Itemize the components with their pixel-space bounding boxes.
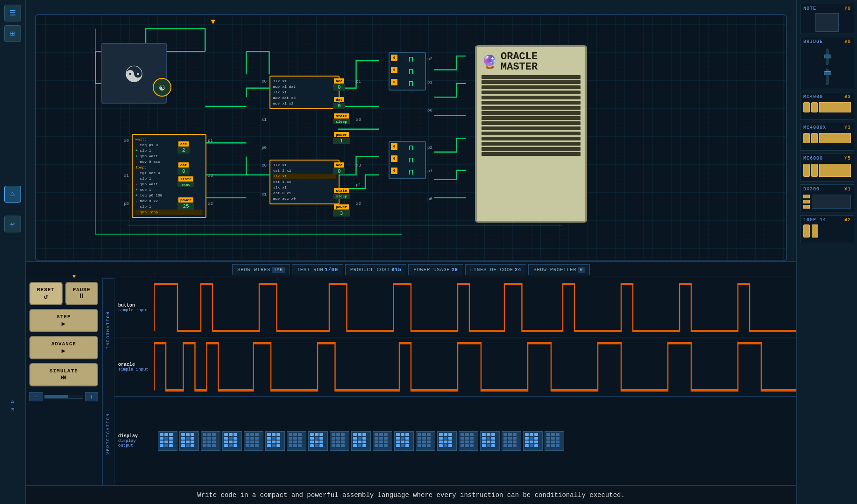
left-dat-module[interactable]: dat 0 <box>177 162 190 175</box>
label-p1-2: p1 <box>356 79 361 84</box>
sidebar-grid-icon[interactable]: ⊞ <box>4 25 21 42</box>
show-wires-label: SHOW WIRES <box>237 267 270 273</box>
display-block-12 <box>394 431 414 451</box>
oracle-line-8 <box>482 111 581 115</box>
oracle-line-2 <box>482 80 581 84</box>
lmid-state[interactable]: state sleep <box>333 188 350 199</box>
chip5 <box>811 133 818 143</box>
note-display <box>815 13 839 32</box>
reset-label: RESET <box>37 287 55 293</box>
oracle-line-9 <box>482 116 581 120</box>
module-mc4000-price: ¥3 <box>844 94 851 99</box>
mc4000-chips <box>803 101 851 113</box>
umid-state[interactable]: state sleep <box>333 113 350 124</box>
module-mc4000x-label: MC4000X <box>803 125 826 130</box>
vol-down-button[interactable]: − <box>29 392 42 401</box>
label-x3-3: x3 <box>356 163 361 168</box>
left-acc-module[interactable]: acc 2 <box>177 141 190 154</box>
lower-right-block[interactable]: 0 ⊓ 0 ⊓ 0 ⊓ <box>389 141 426 179</box>
step-button[interactable]: STEP ▶ <box>29 309 98 332</box>
show-profiler-btn[interactable]: SHOW PROFILER R <box>528 264 590 275</box>
label-p1-1: p1 <box>208 139 213 143</box>
button-sig-name: button <box>118 303 150 308</box>
oracle-line-11 <box>482 126 581 130</box>
reset-button[interactable]: RESET ↺ <box>29 282 63 305</box>
show-profiler-label: SHOW PROFILER <box>533 267 576 273</box>
oracle-title-line1: ORACLE <box>501 52 538 62</box>
display-block-4 <box>222 431 242 451</box>
controls-column: RESET ↺ PAUSE ⏸ STEP ▶ ADVANCE ▶ SIMULAT… <box>26 278 103 485</box>
step-label: STEP <box>57 314 71 320</box>
display-signal-label: display display output <box>114 432 154 450</box>
oracle-line-4 <box>482 91 581 94</box>
left-processor[interactable]: wait: teq p1 0 + slp 1 + jmp wait - mov … <box>132 134 206 218</box>
sidebar-left: ☰ ⊞ ⌂ ↩ S O <box>0 0 26 504</box>
oracle-signal-row: oracle simple input <box>114 337 796 397</box>
label-p1-4: p1 <box>427 80 432 85</box>
button-signal-row: button simple input <box>114 278 796 337</box>
module-mc6000-label: MC6000 <box>803 156 823 161</box>
module-note-label: NOTE <box>803 6 816 11</box>
oracle-logo: 🔮 <box>482 54 498 70</box>
display-block-19 <box>545 431 564 451</box>
umid-power[interactable]: power 1 <box>333 132 350 144</box>
chip7 <box>803 164 810 177</box>
sidebar-back-icon[interactable]: ↩ <box>4 216 21 232</box>
lines-of-code-value: 24 <box>515 267 521 273</box>
pause-button[interactable]: PAUSE ⏸ <box>65 282 99 305</box>
verification-tab[interactable]: VERIFICATION <box>103 382 114 485</box>
circuit-canvas[interactable]: ☯ ☯ wait: teq p1 0 + slp 1 + jmp wait - … <box>35 14 787 261</box>
chip6 <box>819 133 851 143</box>
left-state-module[interactable]: state exec <box>177 176 194 187</box>
simulate-label: SIMULATE <box>50 368 78 374</box>
upper-mid-processor[interactable]: slx x1 mov x1 dat slx x1 mov dat x3 mov … <box>269 76 340 109</box>
left-power-module[interactable]: power 25 <box>177 197 194 210</box>
simulate-icon: ⏭ <box>60 374 67 381</box>
chip4 <box>803 133 810 143</box>
umid-dat[interactable]: dat 0 <box>333 97 345 109</box>
oracle-master-display: 🔮 ORACLE MASTER <box>475 45 587 223</box>
sidebar-menu-icon[interactable]: ☰ <box>4 5 21 21</box>
lmid-power[interactable]: power 3 <box>333 204 350 217</box>
display-sig-name: display <box>118 434 150 439</box>
main-circuit-area: ☯ ☯ wait: teq p1 0 + slp 1 + jmp wait - … <box>26 0 796 271</box>
label-p0-5: p0 <box>427 197 432 202</box>
vol-up-button[interactable]: + <box>85 392 98 401</box>
advance-button[interactable]: ADVANCE ▶ <box>29 336 98 359</box>
reset-pause-row: RESET ↺ PAUSE ⏸ <box>29 282 98 305</box>
display-blocks-area <box>154 397 796 485</box>
lower-mid-processor[interactable]: slx x1 dst 2 x1 slx x1 dst 1 x1 slx x1 d… <box>269 160 340 204</box>
module-dx300-price: ¥1 <box>844 187 851 192</box>
label-p2-2: p2 <box>427 146 432 150</box>
simulate-button[interactable]: SIMULATE ⏭ <box>29 363 98 386</box>
upper-right-block[interactable]: 0 ⊓ 0 ⊓ 0 ⊓ <box>389 52 426 91</box>
step-icon: ▶ <box>62 320 66 328</box>
sidebar-home-icon[interactable]: ⌂ <box>4 186 21 203</box>
bridge-slider[interactable] <box>803 47 851 66</box>
label-p0-4: p0 <box>427 108 432 113</box>
show-wires-btn[interactable]: SHOW WIRES TAB <box>232 264 290 275</box>
bridge-slider2[interactable] <box>803 67 851 86</box>
label-p1-5: p1 <box>427 169 432 174</box>
mc4000x-chips <box>803 132 851 144</box>
sidebar-label: S O <box>10 399 15 411</box>
display-block-8 <box>308 431 328 451</box>
umid-acc[interactable]: acc 0 <box>333 78 345 91</box>
signal-area: ▼ button simple input oracle simple inpu… <box>114 278 796 485</box>
small-yinyang: ☯ <box>153 78 171 97</box>
info-sidebar: INFORMATION VERIFICATION <box>103 278 114 485</box>
module-note: NOTE ¥0 <box>800 4 854 34</box>
information-tab[interactable]: INFORMATION <box>103 278 114 382</box>
label-x1-2: x1 <box>262 118 267 122</box>
lmid-acc[interactable]: acc 0 <box>333 162 345 175</box>
oracle-sig-name: oracle <box>118 362 150 367</box>
oracle-line-16 <box>482 152 581 156</box>
chip8 <box>811 164 818 177</box>
module-mc4000x-price: ¥3 <box>844 125 851 130</box>
chip3 <box>819 102 851 112</box>
test-run-display: TEST RUN 1/80 <box>292 264 343 275</box>
display-block-5 <box>244 431 263 451</box>
product-cost-label: PRODUCT COST <box>350 267 390 273</box>
label-x0-3: x0 <box>262 163 267 168</box>
module-bridge: BRIDGE ¥0 <box>800 37 854 89</box>
